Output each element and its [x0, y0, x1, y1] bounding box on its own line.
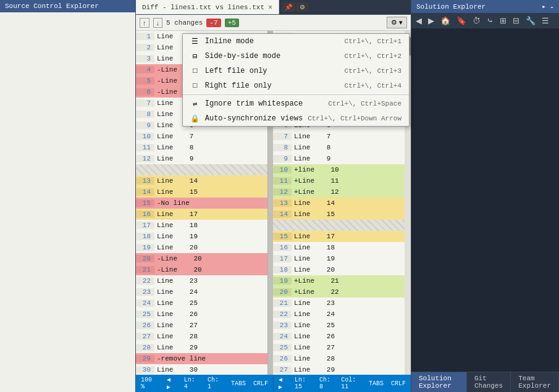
menu-item-label: Auto-synchronize views — [205, 114, 303, 123]
left-line-row — [136, 164, 267, 175]
line-text: -remove line — [154, 355, 267, 362]
sol-tools-btn[interactable]: 🔧 — [523, 15, 538, 27]
line-text: Line 19 — [292, 255, 405, 262]
menu-item[interactable]: ⊟Side-by-side modeCtrl+\, Ctrl+2 — [183, 49, 409, 64]
line-number: 13 — [136, 177, 154, 185]
line-number: 24 — [273, 333, 292, 340]
menu-item[interactable]: □Left file onlyCtrl+\, Ctrl+3 — [183, 64, 409, 78]
line-text: +Line 21 — [292, 277, 405, 285]
tab-settings-btn[interactable]: ⚙ — [296, 2, 308, 12]
line-number: 14 — [136, 188, 154, 196]
right-line-row: 24Line 26 — [273, 331, 405, 342]
right-line-row: 27Line 29 — [273, 364, 405, 375]
menu-item-icon: □ — [190, 81, 200, 91]
bottom-tab[interactable]: Solution Explorer — [411, 372, 467, 392]
line-number: 27 — [136, 333, 154, 340]
menu-item-label: Left file only — [205, 67, 340, 75]
line-text: Line 20 — [292, 266, 405, 273]
sol-menu-btn[interactable]: ☰ — [539, 15, 552, 27]
right-line-row: 22Line 24 — [273, 309, 405, 320]
line-text: Line 29 — [154, 344, 267, 351]
left-line-row: 28Line 29 — [136, 342, 267, 353]
line-number: 18 — [273, 266, 292, 273]
menu-item[interactable]: ☰Inline modeCtrl+\, Ctrl+1 — [183, 34, 409, 49]
bottom-tab[interactable]: Git Changes — [467, 372, 511, 392]
line-number: 30 — [136, 366, 154, 373]
line-number: 8 — [273, 144, 292, 151]
left-line-row: 24Line 25 — [136, 298, 267, 309]
bottom-tabs: Solution ExplorerGit ChangesTeam Explore… — [411, 372, 559, 392]
right-line-row: 20+Line 22 — [273, 286, 405, 298]
line-number: 5 — [136, 77, 154, 85]
line-number: 9 — [273, 155, 292, 162]
line-number: 17 — [273, 255, 292, 262]
left-line-row: 10Line 7 — [136, 131, 267, 142]
line-text: Line 26 — [292, 333, 405, 340]
right-line-row: 9Line 9 — [273, 153, 405, 164]
menu-item[interactable]: 🔒Auto-synchronize viewsCtrl+\, Ctrl+Down… — [183, 111, 409, 126]
line-text: Line 9 — [292, 155, 405, 162]
line-number: 16 — [136, 211, 154, 218]
line-number: 17 — [136, 222, 154, 229]
right-line-row: 14Line 15 — [273, 209, 405, 220]
line-text: Line 23 — [154, 277, 267, 285]
sol-branch-btn[interactable]: ⤷ — [484, 15, 496, 27]
sol-home-btn[interactable]: 🏠 — [438, 15, 453, 27]
line-number: 12 — [136, 155, 154, 162]
sol-clock-btn[interactable]: ⏱ — [470, 15, 483, 27]
left-line-row: 27Line 28 — [136, 331, 267, 342]
line-number: 19 — [136, 244, 154, 251]
line-text: -Line 20 — [154, 266, 267, 273]
line-text: Line 23 — [292, 299, 405, 307]
sol-grid-btn[interactable]: ⊞ — [497, 15, 509, 27]
line-number: 25 — [273, 344, 292, 351]
right-line-row: 15Line 17 — [273, 231, 405, 242]
line-text: Line 24 — [292, 311, 405, 318]
bottom-tab[interactable]: Team Explorer — [511, 372, 559, 392]
sol-forward-btn[interactable]: ▶ — [426, 15, 437, 27]
right-line-row: 21Line 23 — [273, 298, 405, 309]
nav-up-btn[interactable]: ↑ — [140, 18, 149, 28]
diff-tab-label: Diff - lines1.txt vs lines.txt — [142, 4, 264, 11]
line-text: Line 14 — [154, 177, 267, 185]
line-number: 11 — [273, 177, 292, 185]
left-status-bar: 100 % ◀ ▶ Ln: 4 Ch: 1 TABS CRLF — [136, 375, 274, 392]
menu-item-icon: ☰ — [190, 36, 200, 46]
tab-pin-btn[interactable]: 📌 — [282, 2, 295, 12]
left-line-row: 13Line 14 — [136, 175, 267, 186]
settings-gear-btn[interactable]: ⚙ ▾ — [387, 17, 407, 28]
right-line-row: 11+Line 11 — [273, 175, 405, 186]
left-line-row: 21-Line 20 — [136, 264, 267, 275]
right-line-row: 25Line 27 — [273, 342, 405, 353]
line-number: 16 — [273, 244, 292, 251]
menu-item-icon: 🔒 — [190, 114, 200, 123]
menu-divider — [183, 94, 409, 95]
diff-tab-close[interactable]: ✕ — [268, 2, 272, 12]
menu-item[interactable]: ⇌Ignore trim whitespaceCtrl+\, Ctrl+Spac… — [183, 96, 409, 111]
line-text: Line 14 — [292, 199, 405, 207]
diff-tab[interactable]: Diff - lines1.txt vs lines.txt ✕ — [136, 0, 279, 14]
menu-item[interactable]: □Right file onlyCtrl+\, Ctrl+4 — [183, 78, 409, 93]
menu-item-shortcut: Ctrl+\, Ctrl+2 — [345, 52, 401, 60]
nav-down-btn[interactable]: ↓ — [153, 18, 163, 28]
menu-item-label: Side-by-side mode — [205, 52, 340, 60]
sol-bookmark-btn[interactable]: 🔖 — [454, 15, 469, 27]
line-text: Line 9 — [154, 155, 267, 162]
left-line-row: 26Line 27 — [136, 320, 267, 331]
right-crlf: CRLF — [391, 380, 406, 387]
line-number: 20 — [136, 255, 154, 262]
left-line-row: 16Line 17 — [136, 209, 267, 220]
right-line-row — [273, 220, 405, 231]
line-number: 4 — [136, 66, 154, 73]
line-number: 26 — [136, 322, 154, 329]
zoom-level: 100 % — [141, 377, 157, 390]
sol-back-btn[interactable]: ◀ — [413, 15, 424, 27]
left-ln: Ln: 4 — [184, 377, 200, 390]
left-line-row: 20-Line 20 — [136, 253, 267, 264]
left-tabs: TABS — [231, 380, 246, 387]
menu-item-icon: ⇌ — [190, 99, 200, 109]
deleted-badge: -7 — [206, 19, 221, 27]
menu-item-shortcut: Ctrl+\, Ctrl+1 — [345, 38, 401, 45]
line-number: 22 — [273, 311, 292, 318]
sol-layout-btn[interactable]: ⊟ — [510, 15, 522, 27]
